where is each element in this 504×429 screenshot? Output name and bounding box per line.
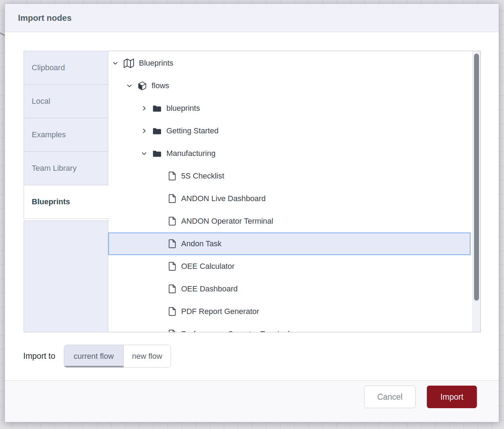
sidebar-tab-label: Clipboard — [32, 63, 65, 72]
sidebar-tab-label: Team Library — [32, 164, 76, 173]
chevron-right-icon[interactable] — [141, 105, 148, 111]
folder-icon — [152, 149, 162, 158]
tree-item-oee-dashboard[interactable]: OEE Dashboard — [108, 278, 471, 300]
tree-item-label: Manufacturing — [166, 149, 215, 158]
tree-item-oee-calculator[interactable]: OEE Calculator — [108, 255, 471, 278]
dialog-header: Import nodes — [5, 4, 499, 32]
sidebar-tab-label: Local — [32, 97, 50, 106]
folder-icon — [152, 104, 162, 113]
dialog-footer: Cancel Import — [5, 380, 499, 422]
folder-icon — [152, 126, 162, 136]
tree-item-andon-live-dashboard[interactable]: ANDON Live Dashboard — [108, 187, 471, 210]
chevron-right-icon[interactable] — [141, 128, 148, 134]
tree-item-manufacturing[interactable]: Manufacturing — [108, 142, 471, 165]
tree-item-blueprints[interactable]: Blueprints — [108, 52, 471, 74]
tree-item-andon-task[interactable]: Andon Task — [108, 232, 471, 255]
import-to-row: Import to current flownew flow — [23, 345, 171, 368]
import-to-label: Import to — [23, 351, 55, 361]
file-icon — [168, 261, 177, 271]
segment-label: current flow — [74, 352, 114, 361]
import-to-new-flow-button[interactable]: new flow — [123, 345, 171, 367]
tree-item-5s-checklist[interactable]: 5S Checklist — [108, 165, 471, 187]
library-panel: ClipboardLocalExamplesTeam LibraryBluepr… — [24, 51, 481, 332]
import-button[interactable]: Import — [427, 386, 477, 408]
file-icon — [168, 239, 177, 249]
sidebar-tab-team-library[interactable]: Team Library — [24, 151, 108, 185]
package-icon — [137, 81, 147, 91]
tree-item-label: ANDON Live Dashboard — [181, 194, 266, 203]
tree-item-label: PDF Report Generator — [181, 307, 259, 316]
tree-item-andon-operator-terminal[interactable]: ANDON Operator Terminal — [108, 210, 471, 232]
tree-item-label: ANDON Operator Terminal — [181, 217, 273, 226]
tree-item-pdf-report-generator[interactable]: PDF Report Generator — [108, 300, 471, 323]
library-source-tabs: ClipboardLocalExamplesTeam LibraryBluepr… — [24, 51, 108, 332]
map-icon — [123, 58, 134, 69]
tree-scrollbar[interactable] — [472, 51, 480, 332]
tree-item-label: Blueprints — [139, 59, 173, 68]
dialog-title: Import nodes — [18, 13, 72, 23]
sidebar-tab-label: Blueprints — [32, 197, 70, 206]
import-to-current-flow-button[interactable]: current flow — [64, 345, 123, 367]
tree-item-label: Getting Started — [166, 126, 219, 135]
sidebar-empty-area — [24, 220, 108, 332]
chevron-down-icon[interactable] — [112, 60, 119, 66]
file-icon — [168, 284, 177, 294]
tree-item-label: OEE Calculator — [181, 262, 235, 271]
sidebar-tab-blueprints[interactable]: Blueprints — [24, 185, 108, 219]
sidebar-tab-examples[interactable]: Examples — [24, 118, 108, 152]
dialog-body: ClipboardLocalExamplesTeam LibraryBluepr… — [5, 32, 499, 422]
sidebar-tab-clipboard[interactable]: Clipboard — [24, 51, 108, 85]
tree-item-label: flows — [152, 81, 169, 90]
file-icon — [168, 216, 177, 226]
tree-item-label: Performance Operator Terminal — [181, 330, 290, 332]
tree-item-performance-operator-terminal[interactable]: Performance Operator Terminal — [108, 323, 471, 332]
tree-item-blueprints[interactable]: blueprints — [108, 97, 471, 120]
scrollbar-thumb[interactable] — [474, 54, 479, 301]
segment-label: new flow — [132, 352, 162, 361]
file-icon — [168, 329, 177, 332]
tree-item-label: OEE Dashboard — [181, 284, 238, 294]
file-icon — [168, 194, 177, 204]
sidebar-tab-local[interactable]: Local — [24, 84, 108, 118]
tree-item-label: blueprints — [166, 104, 200, 113]
chevron-down-icon[interactable] — [126, 83, 133, 89]
sidebar-tab-label: Examples — [32, 130, 66, 139]
file-icon — [168, 171, 177, 181]
cancel-button[interactable]: Cancel — [364, 386, 416, 408]
import-nodes-dialog: Import nodes ClipboardLocalExamplesTeam … — [5, 4, 499, 422]
tree-item-label: 5S Checklist — [181, 171, 224, 181]
import-target-toggle: current flownew flow — [64, 345, 171, 368]
tree-item-getting-started[interactable]: Getting Started — [108, 120, 471, 142]
file-icon — [168, 307, 177, 316]
tree-item-flows[interactable]: flows — [108, 74, 471, 97]
tree-item-label: Andon Task — [181, 239, 222, 248]
library-tree: BlueprintsflowsblueprintsGetting Started… — [108, 52, 480, 332]
library-tree-panel: BlueprintsflowsblueprintsGetting Started… — [108, 51, 481, 332]
chevron-down-icon[interactable] — [141, 150, 148, 157]
